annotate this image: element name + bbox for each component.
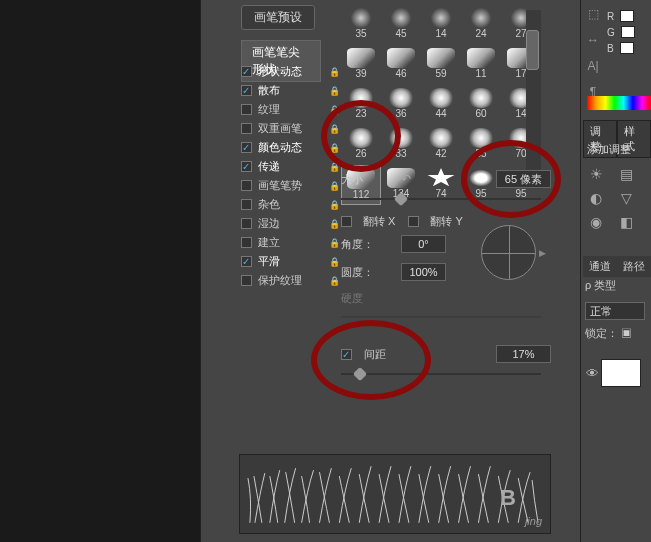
hue-strip[interactable] [587,96,651,110]
hard-slider [341,316,541,318]
brush-cell[interactable]: 24 [461,5,501,45]
lock-icon[interactable]: 🔒 [329,238,339,248]
brightness-icon[interactable]: ☀ [584,166,608,188]
checkbox[interactable] [241,199,252,210]
eye-icon[interactable]: 👁 [583,366,601,381]
type-icon[interactable]: A| [583,54,603,78]
opt-wetedge[interactable]: 湿边🔒 [231,214,336,233]
layer-thumbnail[interactable] [601,359,641,387]
levels-icon[interactable]: ▤ [614,166,638,188]
tool-icon[interactable]: ⬚ [583,2,603,26]
g-swatch[interactable] [621,26,635,38]
checkbox[interactable] [241,66,252,77]
lock-icon[interactable]: 🔒 [329,181,339,191]
brush-cell[interactable]: 46 [381,45,421,85]
round-label: 圆度： [341,265,401,280]
lock-icon[interactable]: 🔒 [329,86,339,96]
checkbox[interactable] [241,85,252,96]
canvas-area [0,0,200,542]
preset-button[interactable]: 画笔预设 [241,5,315,30]
opt-shape-dynamics[interactable]: 形状动态🔒 [231,62,336,81]
lock-icon[interactable]: 🔒 [329,200,339,210]
opt-scatter[interactable]: 散布🔒 [231,81,336,100]
flip-y-checkbox[interactable] [408,216,419,227]
lock-icon[interactable]: 🔒 [329,276,339,286]
invert-icon[interactable]: ◧ [614,214,638,236]
adjust-icons: ☀ ▤ ◐ ▽ ◉ ◧ [583,165,651,237]
r-label: R [607,11,614,22]
checkbox[interactable] [241,123,252,134]
tool-icon[interactable]: ↔ [583,28,603,52]
size-input[interactable]: 65 像素 [496,170,551,188]
round-input[interactable]: 100% [401,263,446,281]
flip-x-checkbox[interactable] [341,216,352,227]
lock-icon[interactable]: 🔒 [329,162,339,172]
kind-filter[interactable]: ρ 类型 [585,278,616,293]
opt-color-dynamics[interactable]: 颜色动态🔒 [231,138,336,157]
layer-row[interactable]: 👁 [583,358,651,388]
brush-cell[interactable]: 36 [381,85,421,125]
size-label: 大小 [341,172,401,187]
size-slider[interactable] [341,198,541,200]
brush-preview: B jing [239,454,551,534]
brush-cell[interactable]: 60 [461,85,501,125]
lock-icon[interactable]: 🔒 [329,67,339,77]
tab-path[interactable]: 路径 [617,256,651,277]
brush-cell[interactable]: 39 [341,45,381,85]
checkbox[interactable] [241,104,252,115]
color-swatches: R G B [607,10,635,58]
lock-icon[interactable]: 🔒 [329,105,339,115]
brush-cell[interactable]: 11 [461,45,501,85]
checkbox[interactable] [241,161,252,172]
opt-buildup[interactable]: 建立🔒 [231,233,336,252]
opt-noise[interactable]: 杂色🔒 [231,195,336,214]
b-swatch[interactable] [620,42,634,54]
lock-icon[interactable]: 🔒 [329,257,339,267]
brush-cell[interactable]: 23 [341,85,381,125]
vibrance-icon[interactable]: ▽ [614,190,638,212]
opt-texture[interactable]: 纹理🔒 [231,100,336,119]
spacing-checkbox[interactable] [341,349,352,360]
hard-label: 硬度 [341,291,401,306]
g-label: G [607,27,615,38]
photo-filter-icon[interactable]: ◉ [584,214,608,236]
brush-cell[interactable]: 44 [421,85,461,125]
opt-dual[interactable]: 双重画笔🔒 [231,119,336,138]
brush-cell[interactable]: 55 [461,125,501,165]
dial-arrow-icon: ▶ [539,248,546,258]
r-swatch[interactable] [620,10,634,22]
brush-cell[interactable]: 33 [381,125,421,165]
brush-cell[interactable]: 42 [421,125,461,165]
checkbox[interactable] [241,237,252,248]
opt-protect[interactable]: 保护纹理🔒 [231,271,336,290]
angle-input[interactable]: 0° [401,235,446,253]
spacing-slider[interactable] [341,373,541,375]
flip-x-label: 翻转 X [363,214,395,229]
brush-cell[interactable]: 14 [421,5,461,45]
spacing-row: 间距 17% [341,345,551,389]
lock-icon[interactable]: 🔒 [329,124,339,134]
brush-cell[interactable]: 35 [341,5,381,45]
checkbox[interactable] [241,142,252,153]
brush-cell[interactable]: 26 [341,125,381,165]
brush-cell[interactable]: 45 [381,5,421,45]
lock-icon[interactable]: ▣ [621,327,632,339]
checkbox[interactable] [241,218,252,229]
checkbox[interactable] [241,275,252,286]
lock-icon[interactable]: 🔒 [329,219,339,229]
spacing-input[interactable]: 17% [496,345,551,363]
checkbox[interactable] [241,256,252,267]
opt-smooth[interactable]: 平滑🔒 [231,252,336,271]
exposure-icon[interactable]: ◐ [584,190,608,212]
reset-icon[interactable]: ↶ [401,172,415,186]
scrollbar[interactable] [526,10,541,175]
brush-cell[interactable]: 59 [421,45,461,85]
blend-mode[interactable]: 正常 [585,302,645,320]
checkbox[interactable] [241,180,252,191]
opt-transfer[interactable]: 传递🔒 [231,157,336,176]
opt-pose[interactable]: 画笔笔势🔒 [231,176,336,195]
tab-channel[interactable]: 通道 [583,256,617,277]
angle-dial[interactable] [481,225,536,280]
channel-tabs: 通道路径 [583,256,651,277]
lock-icon[interactable]: 🔒 [329,143,339,153]
